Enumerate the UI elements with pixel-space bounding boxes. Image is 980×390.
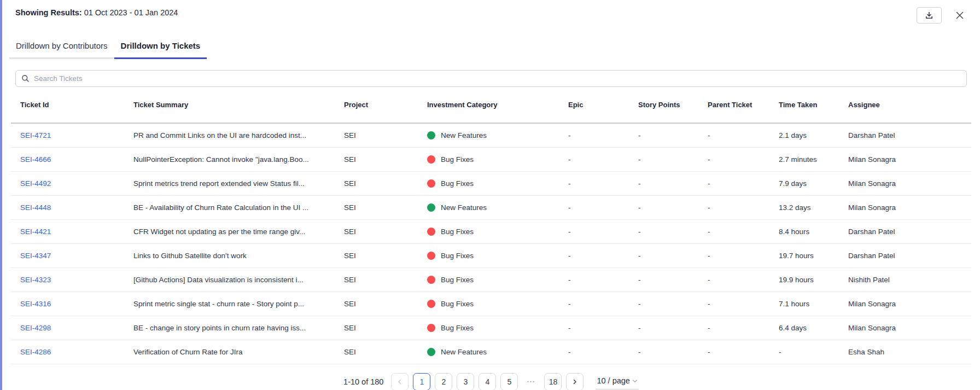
story-points-cell: - (638, 300, 708, 308)
tab-drilldown-by-tickets[interactable]: Drilldown by Tickets (114, 38, 207, 59)
column-header: Story Points (638, 101, 708, 109)
category-label: New Features (441, 203, 487, 212)
top-actions (917, 7, 967, 24)
category-label: Bug Fixes (441, 252, 474, 260)
assignee-cell: Milan Sonagra (848, 203, 971, 212)
column-header: Epic (568, 101, 638, 109)
search-input[interactable] (34, 74, 961, 83)
project-cell: SEI (344, 155, 427, 164)
time-taken-cell: 7.9 days (779, 179, 848, 188)
category-label: New Features (441, 348, 487, 356)
story-points-cell: - (638, 131, 708, 139)
time-taken-cell: 19.9 hours (779, 276, 848, 284)
table-header-row: Ticket IdTicket SummaryProjectInvestment… (11, 87, 971, 124)
ticket-id-link[interactable]: SEI-4316 (20, 300, 51, 308)
tab-drilldown-by-contributors[interactable]: Drilldown by Contributors (9, 38, 114, 59)
epic-cell: - (568, 155, 638, 164)
page-button-1[interactable]: 1 (413, 373, 430, 390)
ticket-id-link[interactable]: SEI-4298 (20, 324, 51, 332)
time-taken-cell: 13.2 days (779, 203, 848, 212)
time-taken-cell: 8.4 hours (779, 228, 848, 236)
investment-category-cell: New Features (427, 203, 568, 212)
table-row: SEI-4666 NullPointerException: Cannot in… (11, 148, 971, 172)
project-cell: SEI (344, 324, 427, 332)
ticket-summary: Sprint metric single stat - churn rate -… (133, 300, 344, 308)
page-size-select[interactable]: 10 / page (596, 374, 638, 389)
category-label: Bug Fixes (441, 155, 474, 164)
showing-results: Showing Results: 01 Oct 2023 - 01 Jan 20… (15, 7, 178, 17)
parent-ticket-cell: - (708, 324, 779, 332)
project-cell: SEI (344, 348, 427, 356)
epic-cell: - (568, 228, 638, 236)
ticket-id-link[interactable]: SEI-4448 (20, 203, 51, 212)
page-button-18[interactable]: 18 (544, 373, 562, 390)
column-header: Time Taken (779, 101, 848, 109)
column-header: Assignee (848, 101, 971, 109)
page-button-2[interactable]: 2 (435, 373, 452, 390)
ticket-summary: Sprint metrics trend report extended vie… (133, 179, 344, 188)
ticket-summary: BE - change in story points in churn rat… (133, 324, 344, 332)
assignee-cell: Darshan Patel (848, 131, 971, 139)
parent-ticket-cell: - (708, 300, 779, 308)
parent-ticket-cell: - (708, 276, 779, 284)
ticket-id-link[interactable]: SEI-4721 (20, 131, 51, 139)
close-button[interactable] (953, 8, 967, 22)
investment-category-cell: Bug Fixes (427, 276, 568, 284)
ticket-summary: Links to Github Satellite don't work (133, 252, 344, 260)
ticket-id-link[interactable]: SEI-4421 (20, 228, 51, 236)
page-button-5[interactable]: 5 (500, 373, 518, 390)
ticket-summary: CFR Widget not updating as per the time … (133, 228, 344, 236)
pagination-ellipsis: ••• (522, 373, 540, 390)
project-cell: SEI (344, 203, 427, 212)
pagination-range: 1-10 of 180 (343, 377, 383, 386)
download-icon (925, 11, 934, 20)
category-dot-icon (427, 276, 435, 284)
category-dot-icon (427, 228, 435, 236)
epic-cell: - (568, 324, 638, 332)
pagination: 1-10 of 180 12345•••18 10 / page (2, 373, 980, 390)
page-button-3[interactable]: 3 (457, 373, 474, 390)
category-dot-icon (427, 131, 435, 139)
assignee-cell: Milan Sonagra (848, 300, 971, 308)
download-button[interactable] (917, 7, 942, 24)
category-label: Bug Fixes (441, 228, 474, 236)
category-dot-icon (427, 155, 435, 164)
ticket-id-link[interactable]: SEI-4492 (20, 179, 51, 188)
category-dot-icon (427, 179, 435, 188)
next-page-button[interactable] (566, 373, 584, 390)
investment-category-cell: Bug Fixes (427, 300, 568, 308)
project-cell: SEI (344, 228, 427, 236)
parent-ticket-cell: - (708, 203, 779, 212)
category-label: Bug Fixes (441, 179, 474, 188)
tickets-table: Ticket IdTicket SummaryProjectInvestment… (11, 87, 971, 364)
category-label: New Features (441, 131, 487, 139)
parent-ticket-cell: - (708, 131, 779, 139)
previous-page-button[interactable] (391, 373, 409, 390)
ticket-id-link[interactable]: SEI-4666 (20, 155, 51, 164)
ticket-summary: Verification of Churn Rate for JIra (133, 348, 344, 356)
table-row: SEI-4448 BE - Availability of Churn Rate… (11, 196, 971, 220)
page-size-value: 10 / page (597, 376, 629, 385)
ticket-summary: BE - Availability of Churn Rate Calculat… (133, 203, 344, 212)
epic-cell: - (568, 276, 638, 284)
chevron-left-icon (397, 379, 402, 385)
showing-results-label: Showing Results: (15, 8, 82, 17)
table-row: SEI-4323 [Github Actions] Data visualiza… (11, 268, 971, 292)
story-points-cell: - (638, 276, 708, 284)
time-taken-cell: 6.4 days (779, 324, 848, 332)
drilldown-panel: { "header": { "showing_results_label": "… (0, 0, 980, 390)
project-cell: SEI (344, 276, 427, 284)
page-button-4[interactable]: 4 (479, 373, 496, 390)
ticket-id-link[interactable]: SEI-4286 (20, 348, 51, 356)
table-row: SEI-4316 Sprint metric single stat - chu… (11, 292, 971, 316)
chevron-down-icon (632, 379, 638, 383)
ticket-id-link[interactable]: SEI-4323 (20, 276, 51, 284)
ticket-id-link[interactable]: SEI-4347 (20, 252, 51, 260)
parent-ticket-cell: - (708, 348, 779, 356)
assignee-cell: Milan Sonagra (848, 155, 971, 164)
investment-category-cell: Bug Fixes (427, 179, 568, 188)
table-row: SEI-4347 Links to Github Satellite don't… (11, 244, 971, 268)
assignee-cell: Darshan Patel (848, 252, 971, 260)
investment-category-cell: Bug Fixes (427, 252, 568, 260)
story-points-cell: - (638, 348, 708, 356)
